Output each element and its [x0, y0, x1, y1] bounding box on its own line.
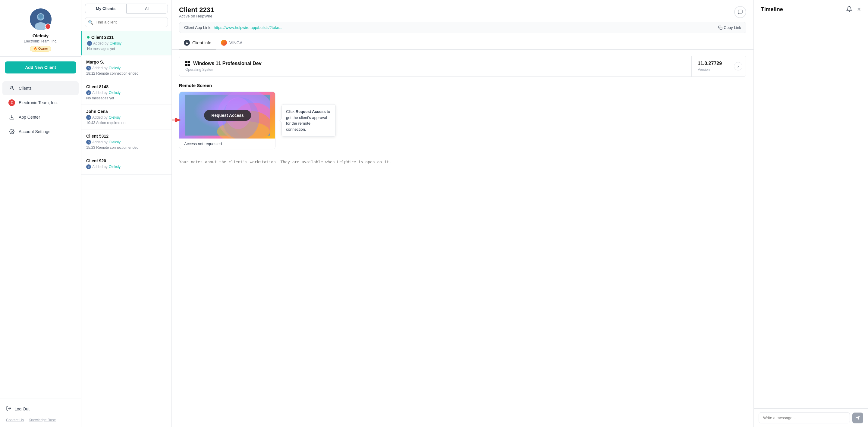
client-added-by: O Added by Oleksiy [87, 41, 167, 46]
tab-all[interactable]: All [127, 4, 168, 13]
logout-label: Log Out [14, 406, 30, 412]
remote-screen-section: Remote Screen [179, 83, 746, 150]
vinga-icon [221, 40, 227, 46]
timeline-header: Timeline × [754, 0, 868, 19]
client-item-5312[interactable]: Client 5312 O Added by Oleksiy 15:23 Rem… [82, 130, 172, 154]
client-item-margo[interactable]: Margo S. O Added by Oleksiy 18:12 Remote… [82, 56, 172, 80]
os-version: 11.0.27729 [698, 61, 740, 66]
client-title-group: Client 2231 Active on HelpWire [179, 6, 214, 19]
request-access-tooltip: Click Request Access to get the client's… [281, 104, 336, 137]
add-client-button[interactable]: Add New Client [5, 61, 76, 73]
client-item-john-cena[interactable]: John Cena O Added by Oleksiy 10:43 Actio… [82, 105, 172, 130]
sidebar-item-app-center[interactable]: App Center [2, 110, 79, 124]
client-name: Client 8148 [86, 84, 108, 89]
arrow-indicator [172, 117, 182, 125]
logout-button[interactable]: Log Out [6, 403, 75, 414]
sidebar-item-clients[interactable]: Clients [2, 81, 79, 95]
send-button[interactable] [852, 413, 863, 423]
client-items: Client 2231 O Added by Oleksiy No messag… [82, 31, 172, 427]
bell-icon [846, 6, 852, 12]
chat-button[interactable] [734, 6, 746, 18]
os-label: Operating System [185, 67, 685, 72]
client-title: Client 2231 [179, 6, 214, 14]
client-info-icon [184, 40, 190, 46]
close-icon: × [857, 6, 861, 13]
main-body: Windows 11 Professional Dev Operating Sy… [172, 50, 753, 427]
send-icon [855, 416, 860, 420]
request-access-button[interactable]: Request Access [204, 110, 251, 121]
sidebar-item-account-settings[interactable]: Account Settings [2, 125, 79, 138]
client-name: Client 2231 [91, 35, 114, 40]
added-by-avatar: O [86, 66, 91, 70]
main-content: Client 2231 Active on HelpWire Client Ap… [172, 0, 753, 427]
timeline-panel: Timeline × [753, 0, 868, 427]
timeline-body [754, 19, 868, 408]
client-list-panel: My Clients All 🔍 Client 2231 O Added by … [82, 0, 172, 427]
client-item-920[interactable]: Client 920 O Added by Oleksiy [82, 154, 172, 175]
sidebar-item-et-label: Electronic Team, Inc. [19, 100, 58, 105]
sidebar: Oleksiy Electronic Team, Inc. 🔥 Owner Ad… [0, 0, 82, 427]
windows-logo-icon [185, 61, 191, 66]
added-by-avatar: O [87, 41, 92, 46]
tooltip-text-before: Click [286, 109, 296, 114]
app-link-url: https://www.helpwire.app/builds/?toke... [214, 25, 716, 30]
client-name: Client 5312 [86, 134, 108, 138]
chevron-right-button[interactable]: › [734, 62, 742, 70]
avatar-badge [45, 24, 51, 30]
tab-client-info[interactable]: Client Info [179, 37, 216, 50]
profile-name: Oleksiy [33, 33, 49, 38]
notification-bell-button[interactable] [846, 6, 852, 13]
client-added-by: O Added by Oleksiy [86, 90, 167, 95]
client-added-by: O Added by Oleksiy [86, 140, 167, 144]
owner-badge: 🔥 Owner [30, 46, 51, 52]
app-link-label: Client App Link: [184, 25, 211, 30]
tab-vinga[interactable]: VINGA [216, 37, 247, 50]
chat-icon [738, 9, 743, 15]
svg-rect-8 [720, 27, 722, 30]
contact-us-link[interactable]: Contact Us [6, 418, 24, 422]
sidebar-item-clients-label: Clients [19, 86, 32, 91]
remote-screen-title: Remote Screen [179, 83, 746, 88]
notes-area[interactable] [179, 155, 746, 179]
person-icon [8, 85, 15, 92]
remote-screen-preview: Request Access [179, 92, 276, 138]
os-name-section: Windows 11 Professional Dev Operating Sy… [179, 56, 692, 76]
close-button[interactable]: × [857, 6, 861, 13]
online-indicator [87, 36, 90, 38]
svg-point-5 [11, 86, 13, 88]
added-by-avatar: O [86, 115, 91, 120]
remote-screen-card: Request Access Access not requested [179, 92, 276, 150]
footer-links: Contact Us Knowledge Base [6, 418, 75, 422]
os-name: Windows 11 Professional Dev [185, 61, 685, 66]
timeline-footer [754, 408, 868, 427]
sidebar-item-account-settings-label: Account Settings [19, 129, 50, 134]
knowledge-base-link[interactable]: Knowledge Base [29, 418, 56, 422]
svg-point-9 [186, 41, 187, 42]
svg-point-6 [11, 131, 13, 132]
client-status: Active on HelpWire [179, 14, 214, 19]
tab-client-info-label: Client Info [192, 40, 211, 45]
svg-point-4 [38, 14, 43, 19]
sidebar-nav: Clients E Electronic Team, Inc. App Cent… [0, 78, 81, 398]
message-input[interactable] [758, 412, 850, 423]
client-detail-tabs: Client Info VINGA [179, 37, 746, 50]
search-icon: 🔍 [88, 20, 93, 25]
search-input[interactable] [85, 17, 168, 27]
client-name: John Cena [86, 109, 108, 114]
client-added-by: O Added by Oleksiy [86, 66, 167, 70]
search-wrap: 🔍 [82, 13, 172, 31]
copy-link-button[interactable]: Copy Link [718, 25, 741, 30]
tooltip-bold-text: Request Access [296, 109, 326, 114]
client-name: Client 920 [86, 158, 106, 163]
client-added-by: O Added by Oleksiy [86, 115, 167, 120]
download-icon [8, 114, 15, 121]
tab-my-clients[interactable]: My Clients [85, 4, 127, 13]
client-message: No messages yet [87, 47, 167, 51]
profile-section: Oleksiy Electronic Team, Inc. 🔥 Owner [0, 0, 81, 57]
added-by-avatar: O [86, 90, 91, 95]
sidebar-item-electronic-team[interactable]: E Electronic Team, Inc. [2, 96, 79, 109]
tab-vinga-label: VINGA [229, 40, 243, 45]
client-added-by: O Added by Oleksiy [86, 164, 167, 169]
client-item-8148[interactable]: Client 8148 O Added by Oleksiy No messag… [82, 80, 172, 105]
client-item-2231[interactable]: Client 2231 O Added by Oleksiy No messag… [82, 31, 172, 56]
